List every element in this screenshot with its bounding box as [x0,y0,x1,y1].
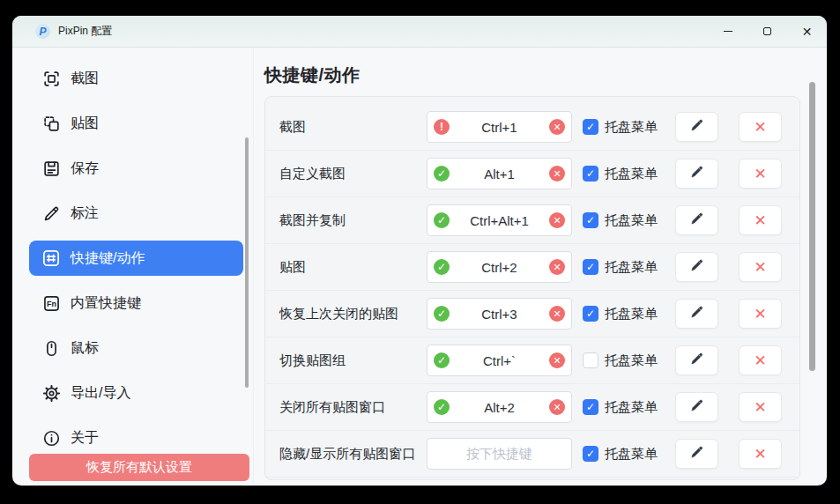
delete-hotkey-button[interactable]: ✕ [739,159,782,189]
hotkey-input[interactable]: ✓ Ctrl+3 ✕ [427,298,572,330]
delete-hotkey-button[interactable]: ✕ [739,112,782,142]
edit-hotkey-button[interactable] [675,439,718,469]
tray-menu-checkbox[interactable]: ✓ [583,306,598,322]
tray-menu-checkbox[interactable]: ✓ [583,166,598,182]
hotkey-value: Ctrl+2 [450,260,549,275]
delete-x-icon: ✕ [754,213,766,228]
sidebar-item-about[interactable]: 关于 [29,420,243,456]
pencil-icon [689,117,705,137]
pencil-icon [689,397,705,417]
hotkey-clear-icon[interactable]: ✕ [549,306,565,322]
svg-text:Fn: Fn [46,299,56,308]
hotkey-clear-icon[interactable]: ✕ [549,259,565,275]
sidebar-item-save[interactable]: 保存 [29,151,243,186]
sidebar-item-mouse[interactable]: 鼠标 [29,330,243,366]
tray-menu-label: 托盘菜单 [605,166,658,182]
hotkey-status-icon: ✓ [434,259,450,275]
hotkey-input[interactable]: ✓ Alt+1 ✕ [427,158,572,189]
edit-hotkey-button[interactable] [675,205,718,235]
sidebar-item-annotate[interactable]: 标注 [29,196,243,231]
hotkey-clear-icon[interactable]: ✕ [549,352,565,368]
sidebar-item-builtin-hotkeys[interactable]: Fn 内置快捷键 [29,285,243,321]
delete-hotkey-button[interactable]: ✕ [739,252,782,282]
hotkey-input[interactable]: ✓ Ctrl+2 ✕ [427,251,572,283]
sidebar-item-label: 贴图 [71,115,99,133]
sidebar-item-label: 保存 [71,159,99,178]
main-scrollbar[interactable] [809,82,815,371]
tray-menu-checkbox[interactable] [583,352,598,368]
tray-menu-group: ✓ 托盘菜单 [583,399,658,416]
hotkey-row-label: 关闭所有贴图窗口 [279,399,427,416]
hotkey-row-label: 自定义截图 [279,166,427,182]
edit-hotkey-button[interactable] [675,345,718,375]
hotkey-row-label: 截图 [279,119,427,136]
hotkey-row-label: 隐藏/显示所有贴图窗口 [279,446,427,463]
hotkey-status-icon: ✓ [434,306,450,322]
hotkey-value: Ctrl+3 [450,307,549,322]
minimize-button[interactable] [708,16,747,48]
close-icon: ✕ [802,26,813,38]
delete-hotkey-button[interactable]: ✕ [739,345,782,375]
hotkey-input[interactable]: ! Ctrl+1 ✕ [427,111,572,143]
edit-hotkey-button[interactable] [675,392,718,422]
edit-hotkey-button[interactable] [675,159,718,189]
tray-menu-checkbox[interactable]: ✓ [583,399,598,415]
hotkey-clear-icon[interactable]: ✕ [549,166,565,182]
tray-menu-group: ✓ 托盘菜单 [583,446,658,463]
info-icon [41,428,61,448]
hotkey-value: 按下快捷键 [450,446,549,463]
close-button[interactable]: ✕ [787,16,827,48]
delete-x-icon: ✕ [754,167,766,182]
pencil-icon [689,211,705,230]
tray-menu-group: ✓ 托盘菜单 [583,259,658,276]
sidebar-item-label: 截图 [71,70,99,88]
hotkey-value: Alt+2 [450,400,549,415]
tray-menu-label: 托盘菜单 [605,399,658,416]
pencil-icon [41,204,61,223]
sidebar-item-export-import[interactable]: 导出/导入 [29,375,243,411]
edit-hotkey-button[interactable] [675,252,718,282]
hotkey-clear-icon[interactable]: ✕ [549,399,565,415]
delete-x-icon: ✕ [754,353,766,368]
tray-menu-checkbox[interactable]: ✓ [583,212,598,228]
delete-hotkey-button[interactable]: ✕ [739,439,782,469]
hotkey-row: 恢复上次关闭的贴图 ✓ Ctrl+3 ✕ ✓ 托盘菜单 ✕ [265,291,799,337]
pencil-icon [689,444,705,463]
main-content: 快捷键/动作 截图 ! Ctrl+1 ✕ ✓ 托盘菜单 ✕ 自定义截图 ✓ [254,48,827,485]
gear-icon [41,383,61,403]
maximize-button[interactable] [747,16,787,48]
sidebar-scrollbar[interactable] [245,137,249,388]
tray-menu-checkbox[interactable]: ✓ [583,446,598,462]
hotkey-status-icon: ! [434,119,450,135]
hotkey-input[interactable]: ✓ Alt+2 ✕ [427,391,572,423]
hotkey-status-icon: ✓ [434,166,450,182]
edit-hotkey-button[interactable] [675,299,718,329]
hotkey-row: 切换贴图组 ✓ Ctrl+` ✕ 托盘菜单 ✕ [265,337,799,384]
tray-menu-label: 托盘菜单 [605,212,658,229]
tray-menu-label: 托盘菜单 [605,306,658,322]
reset-defaults-button[interactable]: 恢复所有默认设置 [29,454,249,481]
tray-menu-label: 托盘菜单 [605,259,658,276]
tray-menu-group: 托盘菜单 [583,352,658,369]
delete-x-icon: ✕ [754,447,766,462]
tray-menu-checkbox[interactable]: ✓ [583,259,598,275]
hotkey-input[interactable]: ✓ Ctrl+` ✕ [427,345,572,376]
hotkey-clear-icon[interactable]: ✕ [549,212,565,228]
sidebar-item-label: 鼠标 [71,339,99,358]
delete-hotkey-button[interactable]: ✕ [739,392,782,422]
maximize-icon [763,27,771,35]
hotkey-input[interactable]: ✓ Ctrl+Alt+1 ✕ [427,204,572,236]
hotkey-clear-icon[interactable]: ✕ [549,119,565,135]
pencil-icon [689,304,705,323]
hotkey-input[interactable]: 按下快捷键 [427,438,572,470]
sidebar-item-pin-image[interactable]: 贴图 [29,106,243,141]
hotkey-panel: 截图 ! Ctrl+1 ✕ ✓ 托盘菜单 ✕ 自定义截图 ✓ Alt+1 ✕ [264,96,800,480]
titlebar[interactable]: P PixPin 配置 ✕ [12,16,827,48]
edit-hotkey-button[interactable] [675,112,718,142]
delete-hotkey-button[interactable]: ✕ [739,205,782,235]
delete-hotkey-button[interactable]: ✕ [739,299,782,329]
sidebar-item-hotkeys-actions[interactable]: 快捷键/动作 [29,241,243,276]
sidebar-item-screenshot[interactable]: 截图 [29,61,243,96]
pencil-icon [689,164,705,183]
tray-menu-checkbox[interactable]: ✓ [583,119,598,135]
